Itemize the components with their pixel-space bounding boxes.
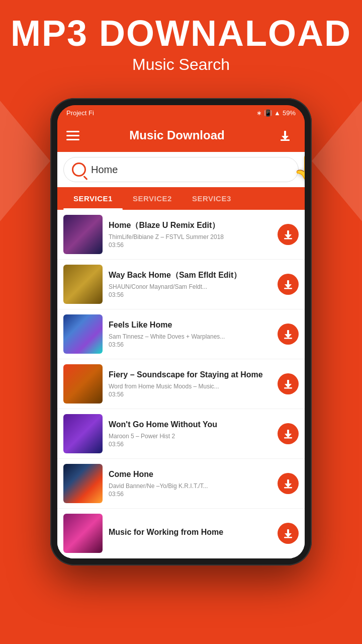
menu-button[interactable] (66, 131, 79, 140)
svg-marker-13 (285, 384, 292, 388)
svg-marker-4 (285, 234, 292, 238)
song-download-button[interactable] (278, 324, 299, 345)
song-item: Won't Go Home Without You Maroon 5 – Pow… (57, 409, 305, 459)
song-meta: Sam Tinnesz – White Doves + Warplanes... (109, 333, 272, 341)
tab-service3[interactable]: SERVICE3 (182, 187, 241, 210)
svg-marker-19 (285, 484, 292, 488)
decoration-triangle-left (0, 101, 50, 221)
search-input[interactable] (91, 164, 290, 176)
svg-marker-1 (282, 136, 289, 140)
song-download-button[interactable] (278, 274, 299, 295)
song-title: Home（Blaze U Remix Edit） (109, 220, 272, 231)
song-title: Come Hone (109, 469, 272, 480)
song-thumbnail (63, 414, 103, 453)
tab-service1[interactable]: SERVICE1 (63, 187, 123, 210)
song-download-button[interactable] (278, 224, 299, 245)
song-download-button[interactable] (278, 473, 299, 494)
song-meta: Word from Home Music Moods – Music... (109, 382, 272, 391)
song-info: Fiery – Soundscape for Staying at Home W… (109, 370, 272, 398)
svg-rect-8 (284, 288, 292, 289)
svg-rect-5 (284, 238, 292, 239)
vibrate-icon: 📳 (264, 109, 272, 117)
signal-icon: ▲ (274, 109, 281, 117)
svg-rect-14 (284, 387, 292, 389)
song-info: Music for Working from Home (109, 527, 272, 540)
song-item: Way Back Home（Sam Efldt Edit） SHAUN/Cono… (57, 260, 305, 309)
app-promo-title: MP3 DOWNALOAD (0, 15, 362, 51)
song-download-button[interactable] (278, 373, 299, 394)
status-icons: ∗ 📳 ▲ 59% (256, 109, 296, 117)
svg-rect-23 (284, 537, 292, 538)
song-title: Won't Go Home Without You (109, 420, 272, 430)
svg-marker-10 (285, 334, 292, 338)
song-thumbnail (63, 215, 103, 254)
song-item: Feels Like Home Sam Tinnesz – White Dove… (57, 309, 305, 359)
song-meta: SHAUN/Conor Maynard/Sam Feldt... (109, 283, 272, 291)
song-thumbnail (63, 314, 103, 354)
tab-service2[interactable]: SERVICE2 (123, 187, 182, 210)
svg-marker-16 (285, 434, 292, 438)
status-bar: Project Fi ∗ 📳 ▲ 59% (57, 105, 305, 119)
song-info: Won't Go Home Without You Maroon 5 – Pow… (109, 420, 272, 448)
song-thumbnail (63, 364, 103, 404)
svg-rect-20 (284, 487, 292, 489)
song-info: Feels Like Home Sam Tinnesz – White Dove… (109, 320, 272, 348)
song-duration: 03:56 (109, 291, 272, 298)
song-duration: 03:56 (109, 242, 272, 249)
svg-rect-18 (287, 479, 289, 484)
svg-rect-12 (287, 380, 289, 384)
song-duration: 03:56 (109, 341, 272, 348)
svg-rect-11 (284, 338, 292, 339)
app-bar: Music Download (57, 119, 305, 152)
song-duration: 03:56 (109, 441, 272, 448)
song-title: Way Back Home（Sam Efldt Edit） (109, 270, 272, 281)
search-icon (72, 163, 86, 177)
svg-rect-2 (281, 139, 290, 141)
app-promo-subtitle: Music Search (0, 55, 362, 74)
song-thumbnail (63, 265, 103, 304)
svg-rect-0 (284, 131, 286, 136)
bluetooth-icon: ∗ (256, 109, 262, 117)
song-title: Fiery – Soundscape for Staying at Home (109, 370, 272, 380)
song-meta: David Banner/Ne –Yo/Big K.R.I.T./T... (109, 482, 272, 491)
song-list: Home（Blaze U Remix Edit） ThimLife/Bibian… (57, 210, 305, 558)
song-meta: ThimLife/Bibiane Z – FSTVL Summer 2018 (109, 233, 272, 242)
song-meta: Maroon 5 – Power Hist 2 (109, 432, 272, 441)
svg-rect-6 (287, 280, 289, 284)
svg-rect-17 (284, 437, 292, 439)
phone-mockup: Project Fi ∗ 📳 ▲ 59% Music Download (50, 98, 312, 566)
phone-screen: 👆 SERVICE1 SERVICE2 SERVICE3 Home（Blaze … (57, 152, 305, 558)
svg-rect-3 (287, 230, 289, 234)
song-item: Music for Working from Home (57, 509, 305, 558)
decoration-triangle-right (312, 101, 362, 221)
battery-label: 59% (283, 109, 296, 117)
song-item: Home（Blaze U Remix Edit） ThimLife/Bibian… (57, 210, 305, 260)
song-info: Home（Blaze U Remix Edit） ThimLife/Bibian… (109, 220, 272, 249)
song-thumbnail (63, 514, 103, 553)
cursor-hand-icon: 👆 (292, 153, 305, 186)
song-info: Come Hone David Banner/Ne –Yo/Big K.R.I.… (109, 469, 272, 498)
song-item: Come Hone David Banner/Ne –Yo/Big K.R.I.… (57, 459, 305, 509)
song-thumbnail (63, 464, 103, 503)
song-download-button[interactable] (278, 523, 299, 544)
app-title: Music Download (129, 128, 224, 142)
song-info: Way Back Home（Sam Efldt Edit） SHAUN/Cono… (109, 270, 272, 298)
song-duration: 03:56 (109, 491, 272, 498)
search-area: 👆 (57, 157, 305, 182)
song-title: Music for Working from Home (109, 527, 272, 538)
svg-marker-22 (285, 533, 292, 537)
song-duration: 03:56 (109, 391, 272, 398)
service-tabs: SERVICE1 SERVICE2 SERVICE3 (57, 187, 305, 210)
svg-rect-9 (287, 330, 289, 334)
header-download-button[interactable] (275, 125, 296, 146)
song-download-button[interactable] (278, 423, 299, 444)
search-bar[interactable] (63, 157, 299, 182)
svg-rect-15 (287, 430, 289, 434)
song-item: Fiery – Soundscape for Staying at Home W… (57, 359, 305, 409)
svg-rect-21 (287, 529, 289, 533)
carrier-label: Project Fi (66, 109, 94, 117)
song-title: Feels Like Home (109, 320, 272, 331)
svg-marker-7 (285, 284, 292, 288)
